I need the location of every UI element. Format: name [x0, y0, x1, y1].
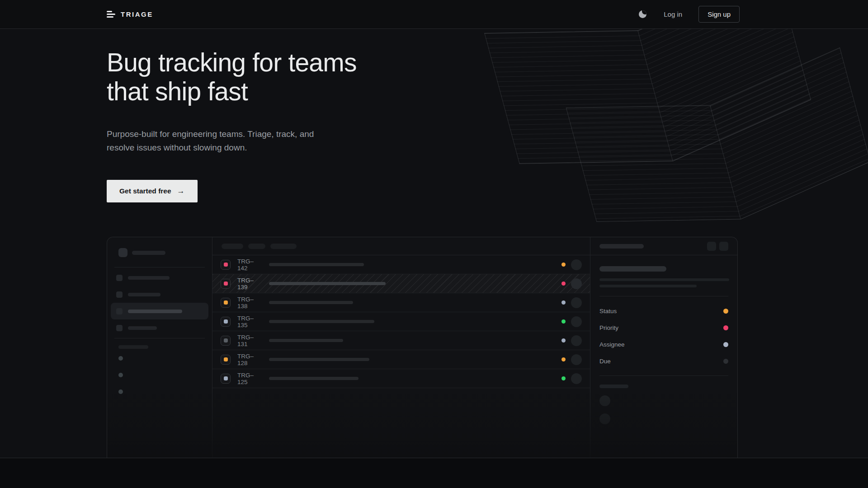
sidebar-item[interactable]	[111, 269, 208, 286]
brand-name: TRIAGE	[121, 10, 153, 18]
title-line-1: Bug tracking for teams	[107, 48, 357, 77]
detail-divider	[599, 375, 728, 376]
hero-subtitle: Purpose-built for engineering teams. Tri…	[107, 127, 333, 155]
nav-icon-placeholder	[116, 291, 123, 298]
sidebar-divider	[114, 267, 205, 267]
triage-logo-icon	[107, 11, 116, 18]
issue-row[interactable]: TRG–139	[212, 274, 590, 293]
sidebar-item[interactable]	[111, 286, 208, 303]
detail-header-placeholder	[599, 244, 644, 249]
issue-id: TRG–125	[237, 372, 264, 385]
field-label: Assignee	[599, 341, 625, 348]
field-label: Priority	[599, 324, 618, 331]
issue-row[interactable]: TRG–135	[212, 312, 590, 331]
nav-label-placeholder	[128, 276, 170, 280]
issue-type-icon	[221, 279, 231, 289]
issue-row[interactable]: TRG–131	[212, 331, 590, 350]
preview-sidebar	[107, 237, 212, 458]
issue-type-icon	[221, 336, 231, 346]
assignee-avatar	[571, 354, 582, 365]
issue-id: TRG–139	[237, 277, 264, 291]
issue-id: TRG–131	[237, 334, 264, 347]
issue-title-placeholder	[269, 301, 353, 304]
field-value-dot	[723, 325, 728, 330]
signup-button[interactable]: Sign up	[698, 6, 740, 23]
issue-type-icon	[221, 260, 231, 270]
project-dot	[118, 356, 123, 361]
detail-action-button[interactable]	[719, 242, 728, 251]
assignee-avatar	[571, 297, 582, 308]
issue-id: TRG–135	[237, 315, 264, 328]
detail-field[interactable]: Priority	[599, 319, 728, 336]
comment-avatar	[599, 413, 610, 424]
wireframe-sheet	[494, 0, 817, 200]
list-toolbar	[212, 237, 590, 255]
detail-field[interactable]: Status	[599, 303, 728, 319]
nav-label-placeholder	[128, 293, 160, 296]
filter-chip-placeholder[interactable]	[270, 244, 297, 249]
arrow-right-icon: →	[177, 187, 185, 196]
issue-id: TRG–142	[237, 258, 264, 272]
sidebar-item[interactable]	[111, 319, 208, 336]
sidebar-item-selected[interactable]	[111, 303, 208, 319]
field-value-dot	[723, 309, 728, 314]
detail-text-placeholder	[599, 278, 729, 281]
issue-title-placeholder	[269, 339, 343, 342]
login-link[interactable]: Log in	[664, 10, 682, 18]
moon-icon	[639, 10, 646, 18]
detail-fields: StatusPriorityAssigneeDue	[599, 303, 728, 370]
cta-label: Get started free	[119, 187, 171, 195]
workspace-name-placeholder	[132, 251, 165, 255]
status-dot	[561, 263, 566, 267]
get-started-button[interactable]: Get started free →	[107, 180, 198, 202]
assignee-avatar	[571, 278, 582, 289]
assignee-avatar	[571, 316, 582, 327]
title-line-2: that ship fast	[107, 77, 248, 106]
issue-type-icon	[221, 298, 231, 308]
detail-field[interactable]: Due	[599, 353, 728, 370]
filter-chip-placeholder[interactable]	[248, 244, 265, 249]
status-dot	[561, 300, 566, 305]
workspace-switcher[interactable]	[118, 248, 205, 257]
detail-body: StatusPriorityAssigneeDue	[590, 255, 737, 424]
issue-detail-pane: StatusPriorityAssigneeDue	[590, 237, 737, 458]
field-value-dot	[723, 342, 728, 347]
issue-row[interactable]: TRG–142	[212, 255, 590, 274]
nav-icon-placeholder	[116, 325, 123, 331]
sidebar-nav	[111, 269, 208, 336]
issue-type-icon	[221, 355, 231, 365]
nav-label-placeholder	[128, 326, 157, 330]
app-preview-window: TRG–142TRG–139TRG–138TRG–135TRG–131TRG–1…	[107, 237, 738, 458]
nav-label-placeholder	[128, 310, 182, 313]
wireframe-sheet	[575, 69, 868, 256]
field-label: Due	[599, 358, 611, 365]
status-dot	[561, 376, 566, 380]
activity-label-placeholder	[599, 385, 628, 388]
issue-row[interactable]: TRG–138	[212, 293, 590, 312]
field-label: Status	[599, 308, 617, 314]
field-value-dot	[723, 359, 728, 364]
status-dot	[561, 338, 566, 343]
filter-chip-placeholder[interactable]	[222, 244, 243, 249]
issue-type-icon	[221, 317, 231, 327]
theme-toggle[interactable]	[637, 9, 647, 19]
assignee-avatar	[571, 373, 582, 384]
detail-action-button[interactable]	[707, 242, 716, 251]
sidebar-divider	[114, 338, 205, 338]
detail-title-placeholder	[599, 266, 666, 272]
nav-actions: Log in Sign up	[637, 6, 740, 23]
assignee-avatar	[571, 259, 582, 270]
nav-icon-placeholder	[116, 275, 123, 281]
detail-divider	[599, 296, 728, 296]
issue-title-placeholder	[269, 377, 359, 380]
detail-header	[590, 237, 737, 255]
status-dot	[561, 357, 566, 361]
page-title: Bug tracking for teams that ship fast	[107, 48, 357, 106]
brand[interactable]: TRIAGE	[107, 10, 153, 18]
issue-row[interactable]: TRG–125	[212, 369, 590, 388]
issue-row[interactable]: TRG–128	[212, 350, 590, 369]
detail-field[interactable]: Assignee	[599, 336, 728, 353]
top-nav: TRIAGE Log in Sign up	[0, 0, 868, 29]
issue-id: TRG–138	[237, 296, 264, 310]
section-label-placeholder	[118, 345, 148, 349]
